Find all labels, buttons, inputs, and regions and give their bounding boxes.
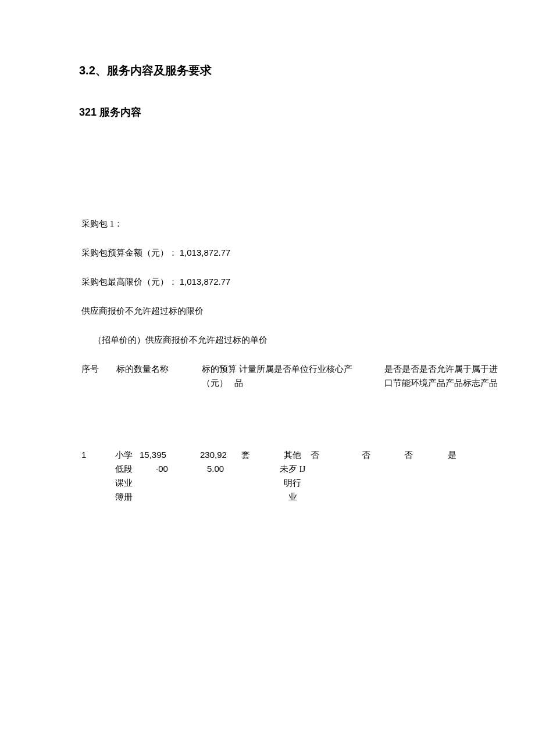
package-title: 采购包 1： — [81, 217, 454, 231]
cell-industry-l1: 其他 — [275, 448, 310, 462]
note-1: 供应商报价不允许超过标的限价 — [81, 304, 454, 318]
th-budget-unit-industry-core: 标的预算 计量所属是否单位行业核心产 （元） 品 — [202, 362, 385, 390]
ceiling-value: 1,013,872.77 — [180, 277, 231, 286]
cell-name-l4: 簿册 — [115, 490, 138, 504]
cell-industry: 其他 未歹 IJ 明行 业 — [275, 448, 310, 504]
note-2: （招单价的）供应商报价不允许超过标的单价 — [81, 333, 454, 347]
cell-import: 否 — [362, 448, 370, 462]
cell-energy: 否 — [404, 448, 413, 462]
cell-qty: 15,395 — [140, 448, 166, 462]
cell-core: 否 — [311, 448, 319, 462]
cell-industry-l2: 未歹 IJ — [275, 462, 310, 476]
cell-name-l1: 小学 — [115, 448, 138, 462]
cell-name: 小学 低段 课业 簿册 — [115, 448, 138, 504]
cell-budget-l1: 230,92 — [200, 448, 227, 462]
section-heading: 3.2、服务内容及服务要求 — [79, 63, 454, 78]
th-line4b: 口节能环境产品产品标志产品 — [384, 378, 498, 388]
cell-unit: 套 — [241, 448, 250, 462]
cell-industry-l4: 业 — [275, 490, 310, 504]
ceiling-label: 采购包最高限价（元）： — [81, 277, 177, 286]
th-import-energy-eco: 是否是否是否允许属于属于进 口节能环境产品产品标志产品 — [384, 362, 518, 390]
cell-budget: 230,92 5.00 — [200, 448, 227, 476]
cell-name-l2: 低段 — [115, 462, 138, 476]
th-line1: 标的预算 计量所属是否单位行业核心产 — [202, 364, 352, 374]
cell-eco: 是 — [448, 448, 456, 462]
budget-line: 采购包预算金额（元）： 1,013,872.77 — [81, 246, 454, 260]
cell-name-l3: 课业 — [115, 476, 138, 490]
items-table: 序号 标的数量名称 标的预算 计量所属是否单位行业核心产 （元） 品 是否是否是… — [81, 362, 454, 512]
cell-budget-l2: 5.00 — [200, 462, 227, 476]
budget-value: 1,013,872.77 — [180, 248, 231, 257]
sub-section-heading: 321 服务内容 — [79, 105, 454, 119]
th-seq: 序号 — [81, 362, 105, 376]
intro-block: 采购包 1： 采购包预算金额（元）： 1,013,872.77 采购包最高限价（… — [81, 217, 454, 347]
th-name-qty: 标的数量名称 — [116, 362, 192, 376]
cell-industry-l3: 明行 — [275, 476, 310, 490]
budget-label: 采购包预算金额（元）： — [81, 248, 177, 257]
cell-qty-suffix: ·00 — [156, 462, 168, 476]
th-line4a: 是否是否是否允许属于属于进 — [384, 364, 498, 374]
th-line2: （元） 品 — [202, 378, 243, 388]
table-row: 1 小学 低段 课业 簿册 15,395 ·00 230,92 5.00 套 其… — [81, 448, 454, 512]
ceiling-line: 采购包最高限价（元）： 1,013,872.77 — [81, 275, 454, 289]
table-header: 序号 标的数量名称 标的预算 计量所属是否单位行业核心产 （元） 品 是否是否是… — [81, 362, 454, 392]
cell-seq: 1 — [81, 448, 86, 462]
